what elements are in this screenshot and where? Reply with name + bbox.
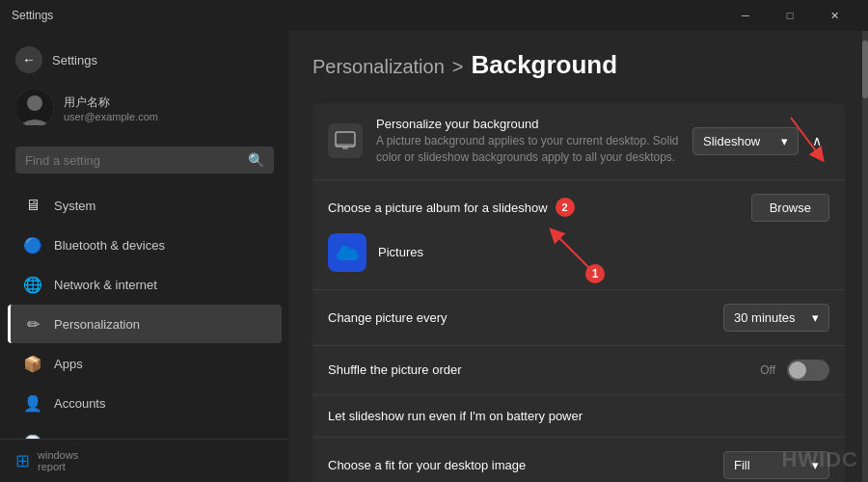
- change-picture-dropdown[interactable]: 30 minutes ▾: [723, 304, 829, 332]
- sidebar-item-accounts-label: Accounts: [54, 396, 105, 411]
- change-picture-text: Change picture every: [328, 310, 710, 325]
- nav-list: 🖥 System 🔵 Bluetooth & devices 🌐 Network…: [0, 185, 289, 439]
- fit-choice-label: Choose a fit for your desktop image: [328, 458, 710, 472]
- maximize-button[interactable]: □: [768, 0, 812, 31]
- windows-logo: ⊞: [15, 450, 30, 471]
- change-picture-arrow-icon: ▾: [812, 310, 819, 325]
- sidebar-item-apps-label: Apps: [54, 357, 83, 371]
- shuffle-toggle[interactable]: [787, 360, 829, 381]
- shuffle-control: Off: [760, 360, 829, 381]
- close-button[interactable]: ✕: [812, 0, 856, 31]
- network-icon: 🌐: [23, 275, 42, 294]
- fit-choice-dropdown[interactable]: Fill ▾: [723, 451, 829, 479]
- sidebar-header: ← Settings: [0, 31, 289, 81]
- accounts-icon: 👤: [23, 393, 42, 413]
- user-name: 用户名称: [64, 94, 158, 111]
- sidebar-item-bluetooth-label: Bluetooth & devices: [54, 238, 165, 253]
- scrollbar-thumb[interactable]: [862, 40, 868, 98]
- sidebar-settings-label: Settings: [52, 53, 97, 67]
- avatar: [15, 89, 54, 127]
- windows-report-label: windowsreport: [38, 449, 78, 472]
- search-input[interactable]: [25, 153, 240, 168]
- choose-album-row: Choose a picture album for a slideshow 2…: [312, 180, 845, 290]
- sidebar-item-network[interactable]: 🌐 Network & internet: [8, 265, 282, 304]
- sidebar: ← Settings 用户名称 user@example.com 🔍: [0, 31, 289, 482]
- background-card-icon: [328, 123, 363, 158]
- user-area: 用户名称 user@example.com: [0, 81, 289, 143]
- shuffle-label: Shuffle the picture order: [328, 362, 746, 377]
- change-picture-value: 30 minutes: [734, 310, 796, 325]
- personalize-background-card: Personalize your background A picture ba…: [312, 103, 845, 482]
- sidebar-item-bluetooth[interactable]: 🔵 Bluetooth & devices: [8, 226, 282, 264]
- background-type-value: Slideshow: [703, 134, 760, 148]
- battery-slideshow-row: Let slideshow run even if I'm on battery…: [312, 395, 845, 438]
- minimize-button[interactable]: ─: [723, 0, 768, 31]
- user-email: user@example.com: [64, 111, 158, 122]
- choose-album-label: Choose a picture album for a slideshow: [328, 201, 548, 215]
- breadcrumb-parent: Personalization: [312, 56, 445, 78]
- personalize-background-control: Slideshow ▾ ∧: [692, 127, 829, 155]
- personalize-background-row: Personalize your background A picture ba…: [312, 103, 845, 180]
- fit-choice-arrow-icon: ▾: [812, 458, 819, 472]
- search-box[interactable]: 🔍: [15, 147, 274, 174]
- apps-icon: 📦: [23, 354, 42, 373]
- fit-choice-text: Choose a fit for your desktop image: [328, 458, 710, 472]
- page-header: Personalization > Background: [312, 50, 845, 80]
- svg-rect-4: [342, 147, 348, 149]
- sidebar-item-apps[interactable]: 📦 Apps: [8, 344, 282, 383]
- change-picture-row: Change picture every 30 minutes ▾: [312, 290, 845, 346]
- annotation-2: 2: [556, 198, 575, 217]
- change-picture-label: Change picture every: [328, 310, 710, 325]
- personalize-background-subtitle: A picture background applies to your cur…: [376, 133, 679, 166]
- main-content: Personalization > Background Personalize…: [289, 31, 868, 482]
- fit-choice-row: Choose a fit for your desktop image Fill…: [312, 438, 845, 482]
- battery-slideshow-text: Let slideshow run even if I'm on battery…: [328, 409, 829, 423]
- browse-button[interactable]: Browse: [751, 194, 829, 222]
- sidebar-item-system-label: System: [54, 199, 95, 213]
- fit-choice-control: Fill ▾: [723, 451, 829, 479]
- fit-choice-value: Fill: [734, 458, 750, 472]
- back-button[interactable]: ←: [15, 46, 42, 73]
- battery-slideshow-label: Let slideshow run even if I'm on battery…: [328, 409, 829, 423]
- shuffle-text: Shuffle the picture order: [328, 362, 746, 377]
- sidebar-item-system[interactable]: 🖥 System: [8, 186, 282, 225]
- picture-name: Pictures: [378, 245, 423, 259]
- shuffle-state: Off: [760, 363, 775, 377]
- breadcrumb-separator: >: [452, 56, 464, 78]
- system-icon: 🖥: [23, 196, 42, 215]
- sidebar-item-personalization-label: Personalization: [54, 317, 140, 332]
- shuffle-row: Shuffle the picture order Off: [312, 346, 845, 395]
- svg-point-1: [27, 95, 42, 111]
- sidebar-item-network-label: Network & internet: [54, 278, 157, 292]
- title-bar-controls: ─ □ ✕: [723, 0, 856, 31]
- title-bar: Settings ─ □ ✕: [0, 0, 868, 31]
- bluetooth-icon: 🔵: [23, 235, 42, 254]
- svg-rect-3: [336, 144, 355, 147]
- dropdown-arrow-icon: ▾: [781, 134, 788, 148]
- sidebar-item-accounts[interactable]: 👤 Accounts: [8, 384, 282, 422]
- app-body: ← Settings 用户名称 user@example.com 🔍: [0, 31, 868, 482]
- sidebar-item-time[interactable]: 🕐 Time & language: [8, 423, 282, 439]
- picture-item: Pictures: [328, 229, 829, 276]
- breadcrumb-current: Background: [471, 50, 617, 80]
- personalize-background-text: Personalize your background A picture ba…: [376, 117, 679, 166]
- cloud-icon: [328, 233, 366, 272]
- scrollbar-track[interactable]: [862, 31, 868, 482]
- user-info: 用户名称 user@example.com: [64, 94, 158, 122]
- change-picture-control: 30 minutes ▾: [723, 304, 829, 332]
- expand-button[interactable]: ∧: [804, 129, 829, 152]
- toggle-knob: [789, 362, 806, 379]
- title-bar-label: Settings: [12, 9, 53, 22]
- sidebar-item-personalization[interactable]: ✏ Personalization: [8, 305, 282, 343]
- background-type-dropdown[interactable]: Slideshow ▾: [692, 127, 799, 155]
- search-icon: 🔍: [248, 152, 264, 168]
- personalization-icon: ✏: [23, 314, 42, 334]
- personalize-background-title: Personalize your background: [376, 117, 679, 131]
